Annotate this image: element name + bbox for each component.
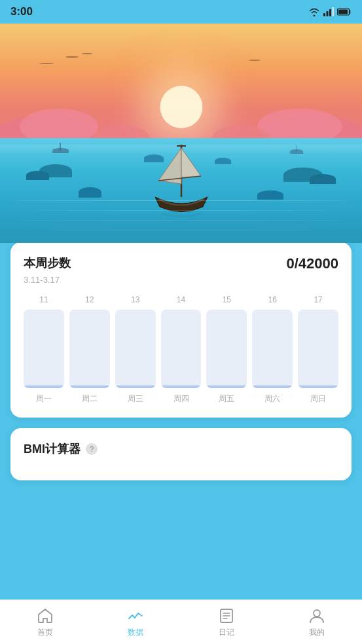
steps-count-area: 0/42000 <box>286 255 338 272</box>
steps-title: 本周步数 <box>24 255 71 271</box>
bar-chart: 11 周一 12 周二 13 周三 14 周四 15 <box>24 295 338 404</box>
steps-count: 0/42000 <box>286 259 338 270</box>
svg-rect-3 <box>333 7 335 16</box>
bar-day-label: 周三 <box>128 393 143 404</box>
steps-header: 本周步数 0/42000 <box>24 255 338 272</box>
diary-icon <box>217 607 236 625</box>
steps-card: 本周步数 0/42000 3.11-3.17 11 周一 12 周二 13 <box>10 242 352 418</box>
nav-item-diary[interactable]: 日记 <box>181 607 272 638</box>
battery-icon <box>337 8 352 16</box>
svg-rect-1 <box>327 11 329 16</box>
nav-item-mine[interactable]: 我的 <box>272 607 362 638</box>
nav-item-data[interactable]: 数据 <box>90 607 181 638</box>
bar-day-label: 周五 <box>219 393 234 404</box>
steps-goal: /42000 <box>295 255 338 272</box>
bar-fill <box>69 385 110 388</box>
bar-day-num: 14 <box>177 295 185 304</box>
status-time: 3:00 <box>10 5 33 18</box>
bar-day-num: 13 <box>131 295 139 304</box>
bar-day-num: 11 <box>39 295 48 304</box>
boat-svg <box>145 138 217 226</box>
bar-wrap <box>161 310 202 388</box>
bar-item: 15 周五 <box>206 295 247 404</box>
svg-rect-5 <box>338 10 348 14</box>
bar-item: 13 周三 <box>115 295 156 404</box>
nav-label-home: 首页 <box>37 627 53 638</box>
bar-fill <box>252 385 293 388</box>
nav-item-home[interactable]: 首页 <box>0 607 90 638</box>
bar-wrap <box>24 310 64 388</box>
bar-day-label: 周四 <box>173 393 189 404</box>
bar-day-num: 16 <box>268 295 277 304</box>
bar-day-label: 周二 <box>82 393 98 404</box>
bar-day-num: 17 <box>314 295 322 304</box>
bar-fill <box>115 385 156 388</box>
bmi-help-icon[interactable]: ? <box>86 443 98 455</box>
bottom-nav: 首页 数据 日记 我的 <box>0 599 362 644</box>
svg-rect-0 <box>323 13 325 16</box>
bmi-card: BMI计算器 ? <box>10 428 352 480</box>
bar-day-label: 周一 <box>36 393 52 404</box>
bar-fill <box>24 385 64 388</box>
bar-wrap <box>115 310 156 388</box>
bar-wrap <box>206 310 247 388</box>
svg-marker-8 <box>181 148 201 177</box>
bar-wrap <box>298 310 338 388</box>
bar-item: 16 周六 <box>252 295 293 404</box>
bar-fill <box>161 385 202 388</box>
bar-fill <box>298 385 338 388</box>
bar-day-num: 15 <box>223 295 231 304</box>
bar-day-label: 周日 <box>310 393 326 404</box>
svg-point-15 <box>314 610 320 617</box>
bar-item: 14 周四 <box>161 295 202 404</box>
data-icon <box>126 607 145 625</box>
bmi-header: BMI计算器 ? <box>24 441 338 457</box>
nav-label-data: 数据 <box>128 627 143 638</box>
steps-date: 3.11-3.17 <box>24 275 338 285</box>
bar-item: 12 周二 <box>69 295 110 404</box>
steps-current: 0 <box>286 255 294 272</box>
bar-day-num: 12 <box>85 295 94 304</box>
bar-wrap <box>69 310 110 388</box>
status-bar: 3:00 <box>0 0 362 24</box>
bar-fill <box>206 385 247 388</box>
svg-rect-2 <box>329 9 331 16</box>
bar-wrap <box>252 310 293 388</box>
scroll-area[interactable]: 本周步数 0/42000 3.11-3.17 11 周一 12 周二 13 <box>0 24 362 599</box>
home-icon <box>36 607 54 625</box>
hero-illustration <box>0 24 362 242</box>
bar-day-label: 周六 <box>264 393 280 404</box>
bmi-title: BMI计算器 <box>24 441 81 457</box>
bar-item: 11 周一 <box>24 295 64 404</box>
user-icon <box>308 607 326 625</box>
bar-item: 17 周日 <box>298 295 338 404</box>
nav-label-mine: 我的 <box>309 627 325 638</box>
status-icons <box>308 7 352 16</box>
nav-label-diary: 日记 <box>219 627 234 638</box>
wifi-icon <box>308 7 320 16</box>
signal-icon <box>323 7 334 16</box>
